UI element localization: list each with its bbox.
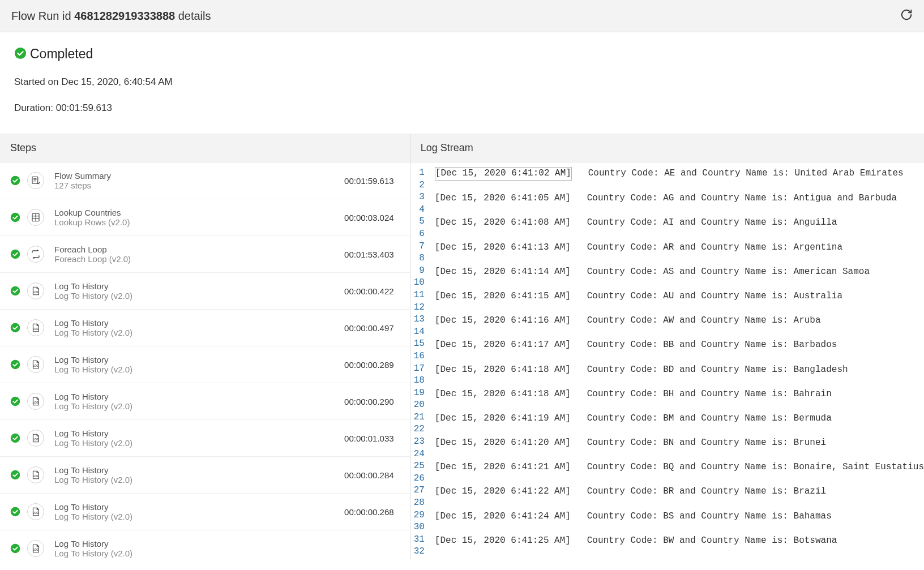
log-timestamp: [Dec 15, 2020 6:41:02 AM] (435, 167, 572, 181)
step-duration: 00:00:00.290 (344, 397, 400, 406)
log-line: [Dec 15, 2020 6:41:14 AM] Country Code: … (435, 266, 924, 278)
log-icon (27, 282, 44, 299)
step-name: Log To History (54, 281, 344, 291)
log-pane: Log Stream 1 2 3 4 5 6 7 8 9 10 11 12 13… (410, 134, 924, 559)
step-name: Foreach Loop (54, 245, 344, 254)
log-line (435, 474, 924, 486)
step-name: Flow Summary (54, 171, 344, 181)
log-icon (27, 466, 44, 483)
step-name: Log To History (54, 392, 344, 401)
log-line: [Dec 15, 2020 6:41:19 AM] Country Code: … (435, 413, 924, 425)
log-icon (27, 319, 44, 336)
success-icon (10, 470, 20, 480)
log-gutter: 1 2 3 4 5 6 7 8 9 10 11 12 13 14 15 16 1… (410, 162, 430, 559)
log-line (435, 498, 924, 511)
log-line (435, 352, 924, 364)
step-duration: 00:00:00.422 (344, 286, 400, 296)
step-duration: 00:01:59.613 (344, 176, 400, 186)
page-title: Flow Run id 4681282919333888 details (11, 10, 211, 23)
svg-point-0 (15, 47, 26, 58)
log-line: [Dec 15, 2020 6:41:20 AM] Country Code: … (435, 437, 924, 449)
success-icon (10, 175, 20, 186)
started-on: Started on Dec 15, 2020, 6:40:54 AM (14, 76, 910, 88)
step-item[interactable]: Log To HistoryLog To History (v2.0)00:00… (0, 494, 410, 530)
success-icon (10, 507, 20, 517)
log-line (435, 547, 924, 559)
loop-icon (27, 246, 44, 263)
status-row: Completed (14, 46, 910, 62)
log-icon (27, 503, 44, 520)
table-icon (27, 209, 44, 226)
step-name: Log To History (54, 318, 344, 328)
success-icon (10, 212, 20, 222)
status-label: Completed (30, 46, 93, 62)
success-icon (10, 359, 20, 370)
step-name: Log To History (54, 465, 344, 475)
step-item[interactable]: Log To HistoryLog To History (v2.0)00:00… (0, 420, 410, 457)
log-line: [Dec 15, 2020 6:41:21 AM] Country Code: … (435, 461, 924, 474)
log-line (435, 229, 924, 242)
step-item[interactable]: Log To HistoryLog To History (v2.0)00:00… (0, 457, 410, 494)
log-line (435, 205, 924, 217)
step-item[interactable]: Flow Summary127 steps00:01:59.613 (0, 162, 410, 199)
steps-pane: Steps Flow Summary127 steps00:01:59.613L… (0, 134, 410, 559)
step-type: Log To History (v2.0) (54, 328, 344, 337)
log-line: [Dec 15, 2020 6:41:17 AM] Country Code: … (435, 339, 924, 352)
refresh-button[interactable] (900, 8, 913, 23)
step-item[interactable]: Log To HistoryLog To History (v2.0) (0, 530, 410, 559)
log-line: [Dec 15, 2020 6:41:15 AM] Country Code: … (435, 290, 924, 303)
success-icon (14, 47, 27, 62)
log-line (435, 400, 924, 413)
step-item[interactable]: Lookup CountriesLookup Rows (v2.0)00:00:… (0, 199, 410, 236)
step-type: Log To History (v2.0) (54, 512, 344, 521)
log-line: [Dec 15, 2020 6:41:13 AM] Country Code: … (435, 242, 924, 254)
step-type: Foreach Loop (v2.0) (54, 254, 344, 264)
summary-icon (27, 172, 44, 189)
log-line (435, 425, 924, 437)
duration: Duration: 00:01:59.613 (14, 102, 910, 114)
step-item[interactable]: Log To HistoryLog To History (v2.0)00:00… (0, 273, 410, 310)
step-type: Log To History (v2.0) (54, 365, 344, 374)
success-icon (10, 433, 20, 443)
step-duration: 00:01:53.403 (344, 250, 400, 259)
log-line: [Dec 15, 2020 6:41:18 AM] Country Code: … (435, 364, 924, 376)
success-icon (10, 249, 20, 259)
steps-title: Steps (0, 134, 410, 162)
step-type: 127 steps (54, 181, 344, 190)
log-line: [Dec 15, 2020 6:41:05 AM] Country Code: … (435, 192, 924, 205)
step-type: Log To History (v2.0) (54, 438, 344, 448)
log-title: Log Stream (410, 134, 924, 162)
step-name: Log To History (54, 428, 344, 438)
success-icon (10, 543, 20, 554)
step-item[interactable]: Log To HistoryLog To History (v2.0)00:00… (0, 346, 410, 383)
step-type: Log To History (v2.0) (54, 291, 344, 301)
log-icon (27, 540, 44, 557)
step-duration: 00:00:01.033 (344, 434, 400, 443)
title-prefix: Flow Run id (11, 10, 74, 22)
log-icon (27, 356, 44, 373)
log-line: [Dec 15, 2020 6:41:22 AM] Country Code: … (435, 486, 924, 498)
title-suffix: details (175, 10, 211, 22)
log-line: [Dec 15, 2020 6:41:08 AM] Country Code: … (435, 217, 924, 229)
step-type: Log To History (v2.0) (54, 475, 344, 485)
step-type: Log To History (v2.0) (54, 401, 344, 411)
log-line (435, 254, 924, 266)
log-line (435, 522, 924, 535)
flow-run-id: 4681282919333888 (74, 10, 175, 22)
step-name: Log To History (54, 539, 394, 548)
step-item[interactable]: Log To HistoryLog To History (v2.0)00:00… (0, 383, 410, 420)
success-icon (10, 286, 20, 296)
steps-list[interactable]: Flow Summary127 steps00:01:59.613Lookup … (0, 162, 410, 559)
step-duration: 00:00:00.268 (344, 507, 400, 517)
log-line (435, 327, 924, 340)
log-line: [Dec 15, 2020 6:41:25 AM] Country Code: … (435, 535, 924, 547)
step-item[interactable]: Log To HistoryLog To History (v2.0)00:00… (0, 310, 410, 346)
step-duration: 00:00:00.284 (344, 470, 400, 480)
log-line (435, 303, 924, 315)
log-line: [Dec 15, 2020 6:41:18 AM] Country Code: … (435, 388, 924, 401)
step-item[interactable]: Foreach LoopForeach Loop (v2.0)00:01:53.… (0, 236, 410, 273)
step-name: Lookup Countries (54, 208, 344, 217)
log-line (435, 376, 924, 388)
log-scroll[interactable]: 1 2 3 4 5 6 7 8 9 10 11 12 13 14 15 16 1… (410, 162, 924, 559)
log-icon (27, 430, 44, 447)
